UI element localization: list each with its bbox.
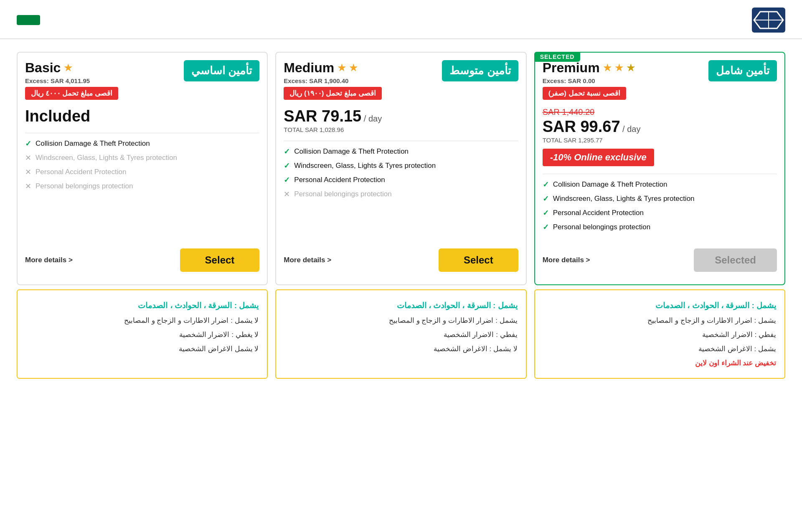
card-footer: More details >Select (18, 237, 267, 272)
feature-item: ✓Collision Damage & Theft Protection (543, 180, 777, 189)
feature-item: ✓Windscreen, Glass, Lights & Tyres prote… (284, 161, 518, 170)
check-icon: ✓ (284, 147, 290, 156)
badge-tamin: تأمين اساسي (184, 60, 259, 81)
x-icon: ✕ (25, 153, 31, 162)
star-filled: ★ (64, 63, 72, 73)
more-details-link[interactable]: More details > (284, 256, 331, 264)
summary-box-basic: يشمل : السرقة ، الحوادث ، الصدماتلا يشمل… (17, 289, 268, 379)
summary-red-label: تخفيض عند الشراء اون لاين (543, 356, 776, 370)
price-included: Included (18, 100, 267, 125)
feature-item: ✓Personal belongings protection (543, 223, 777, 232)
card-title-block: Premium ★★★Excess: SAR 0.00اقصى نسبة تحم… (543, 60, 704, 100)
excess-badge-ar: اقصى نسبة تحمل (صفر) (543, 87, 627, 100)
header-left (17, 15, 53, 25)
x-icon: ✕ (25, 167, 31, 177)
more-details-link[interactable]: More details > (25, 256, 73, 264)
check-icon: ✓ (543, 223, 549, 232)
summary-line: يشمل : اضرار الاطارات و الزجاج و المصابي… (284, 314, 517, 328)
star-filled: ★ (603, 63, 612, 73)
discount-badge: -10% Online exclusive (543, 149, 654, 166)
feature-item-disabled: ✕Personal belongings protection (284, 190, 518, 199)
features-list: ✓Collision Damage & Theft Protection✓Win… (276, 141, 525, 237)
select-button[interactable]: Select (439, 248, 518, 272)
summary-line: لا يشمل الاغراض الشخصية (26, 342, 259, 356)
price-main: SAR 99.67 / day (543, 118, 777, 136)
badge-tamin: تأمين شامل (708, 60, 777, 81)
excess-label: Excess: SAR 0.00 (543, 77, 704, 84)
feature-item: ✓Windscreen, Glass, Lights & Tyres prote… (543, 194, 777, 203)
card-medium: Medium ★★Excess: SAR 1,900.40اقصى مبلغ ت… (275, 52, 526, 285)
excess-badge-ar: اقصى مبلغ تحمل (١٩٠٠) ريال (284, 87, 381, 100)
price-section: SAR 79.15 / dayTOTAL SAR 1,028.96 (276, 100, 525, 133)
feature-item-disabled: ✕Personal belongings protection (25, 182, 259, 191)
card-name: Medium ★★ (284, 60, 438, 76)
excess-label: Excess: SAR 1,900.40 (284, 77, 438, 84)
feature-item-disabled: ✕Windscreen, Glass, Lights & Tyres prote… (25, 153, 259, 162)
feature-item: ✓Personal Accident Protection (543, 208, 777, 218)
summary-box-premium: يشمل : السرقة ، الحوادث ، الصدماتيشمل : … (534, 289, 785, 379)
feature-item-disabled: ✕Personal Accident Protection (25, 167, 259, 177)
card-header-basic: Basic ★Excess: SAR 4,011.95اقصى مبلغ تحم… (18, 53, 267, 100)
select-button[interactable]: Select (180, 248, 260, 272)
selected-button: Selected (694, 248, 777, 272)
excess-badge-ar: اقصى مبلغ تحمل ٤٠٠٠ ريال (25, 87, 118, 100)
cards-row: Basic ★Excess: SAR 4,011.95اقصى مبلغ تحم… (17, 52, 785, 285)
check-icon: ✓ (284, 175, 290, 185)
card-title-block: Basic ★Excess: SAR 4,011.95اقصى مبلغ تحم… (25, 60, 180, 100)
summary-line: لا يغطي : الاضرار الشخصية (26, 328, 259, 342)
summary-row: يشمل : السرقة ، الحوادث ، الصدماتلا يشمل… (17, 289, 785, 379)
price-original: SAR 1,440.20 (543, 107, 777, 117)
more-details-link[interactable]: More details > (543, 256, 590, 264)
main-content: Basic ★Excess: SAR 4,011.95اقصى مبلغ تحم… (0, 39, 802, 379)
selected-badge: SELECTED (534, 52, 581, 62)
price-total: TOTAL SAR 1,028.96 (284, 126, 518, 133)
card-footer: More details >Selected (535, 237, 784, 272)
summary-highlight: يشمل : السرقة ، الحوادث ، الصدمات (284, 298, 517, 314)
badge-tamin: تأمين متوسط (442, 60, 518, 81)
europcar-logo (17, 15, 40, 25)
summary-line: يفطي : الاضرار الشخصية (284, 328, 517, 342)
brand-icon (752, 8, 785, 33)
check-icon: ✓ (543, 180, 549, 189)
summary-highlight: يشمل : السرقة ، الحوادث ، الصدمات (543, 298, 776, 314)
check-icon: ✓ (284, 161, 290, 170)
per-day: / day (361, 114, 382, 123)
price-main: SAR 79.15 / day (284, 107, 518, 125)
header (0, 0, 802, 39)
card-header-medium: Medium ★★Excess: SAR 1,900.40اقصى مبلغ ت… (276, 53, 525, 100)
check-icon: ✓ (543, 208, 549, 218)
summary-line: يفطي : الاضرار الشخصية (543, 328, 776, 342)
summary-box-medium: يشمل : السرقة ، الحوادث ، الصدماتيشمل : … (275, 289, 526, 379)
card-footer: More details >Select (276, 237, 525, 272)
features-list: ✓Collision Damage & Theft Protection✓Win… (535, 174, 784, 237)
card-name: Basic ★ (25, 60, 180, 76)
star-filled: ★ (338, 63, 346, 73)
card-name: Premium ★★★ (543, 60, 704, 76)
features-list: ✓Collision Damage & Theft Protection✕Win… (18, 133, 267, 237)
excess-label: Excess: SAR 4,011.95 (25, 77, 180, 84)
per-day: / day (620, 124, 641, 134)
header-right (745, 8, 785, 33)
star-extra: ★ (627, 63, 635, 73)
summary-line: يشمل : اضرار الاطارات و الزجاج و المصابي… (543, 314, 776, 328)
summary-line: لا يشمل : اضرار الاطارات و الزجاج و المص… (26, 314, 259, 328)
feature-item: ✓Collision Damage & Theft Protection (284, 147, 518, 156)
price-total: TOTAL SAR 1,295.77 (543, 137, 777, 144)
check-icon: ✓ (543, 194, 549, 203)
card-basic: Basic ★Excess: SAR 4,011.95اقصى مبلغ تحم… (17, 52, 268, 285)
summary-line: يشمل : الاغراض الشخصية (543, 342, 776, 356)
feature-item: ✓Personal Accident Protection (284, 175, 518, 185)
check-icon: ✓ (25, 139, 31, 148)
star-filled: ★ (349, 63, 358, 73)
x-icon: ✕ (284, 190, 290, 199)
price-section: SAR 1,440.20SAR 99.67 / dayTOTAL SAR 1,2… (535, 100, 784, 166)
star-filled: ★ (615, 63, 623, 73)
feature-item: ✓Collision Damage & Theft Protection (25, 139, 259, 148)
card-premium: SELECTEDPremium ★★★Excess: SAR 0.00اقصى … (534, 52, 785, 285)
x-icon: ✕ (25, 182, 31, 191)
card-title-block: Medium ★★Excess: SAR 1,900.40اقصى مبلغ ت… (284, 60, 438, 100)
summary-highlight: يشمل : السرقة ، الحوادث ، الصدمات (26, 298, 259, 314)
summary-line: لا يشمل : الاغراض الشخصية (284, 342, 517, 356)
